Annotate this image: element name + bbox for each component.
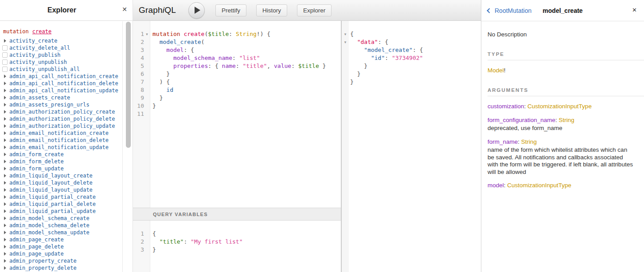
explorer-item[interactable]: activity_publish <box>3 51 122 59</box>
explorer-item[interactable]: admin_authorization_policy_delete <box>3 115 122 122</box>
code-line: "id": "3734902" <box>350 54 481 62</box>
explorer-item[interactable]: admin_assets_create <box>3 94 122 101</box>
explorer-item[interactable]: admin_property_delete <box>3 264 122 272</box>
explorer-item[interactable]: admin_model_schema_update <box>3 229 122 236</box>
item-expand-icon[interactable] <box>4 231 6 234</box>
query-editor-code[interactable]: mutation create($title: String!) { model… <box>150 21 341 208</box>
line-number: 9 <box>134 94 144 102</box>
argument-name: model <box>488 182 504 189</box>
item-expand-icon[interactable] <box>4 245 6 248</box>
item-checkbox[interactable] <box>2 45 8 51</box>
prettify-button[interactable]: Prettify <box>215 4 246 16</box>
type-link[interactable]: Model <box>488 67 504 74</box>
workspace: 1▾234567891011 mutation create($title: S… <box>133 21 481 272</box>
explorer-toggle-button[interactable]: Explorer <box>297 4 332 16</box>
item-expand-icon[interactable] <box>4 75 6 78</box>
item-expand-icon[interactable] <box>4 153 6 156</box>
explorer-item[interactable]: admin_property_create <box>3 257 122 264</box>
explorer-item[interactable]: admin_form_delete <box>3 158 122 165</box>
explorer-close-icon[interactable]: ✕ <box>122 6 127 12</box>
line-number: 1 <box>134 30 144 38</box>
code-line: id <box>152 86 341 94</box>
item-expand-icon[interactable] <box>4 195 6 199</box>
argument-type-link[interactable]: String <box>559 117 574 123</box>
explorer-item[interactable]: admin_liquid_layout_create <box>3 172 122 179</box>
operation-name[interactable]: create <box>32 28 51 35</box>
item-expand-icon[interactable] <box>4 202 6 206</box>
item-expand-icon[interactable] <box>4 124 6 128</box>
explorer-item[interactable]: admin_authorization_policy_update <box>3 122 122 130</box>
fold-arrow-icon[interactable]: ▾ <box>343 38 348 46</box>
explorer-item[interactable]: admin_liquid_partial_update <box>3 208 122 215</box>
item-checkbox[interactable] <box>2 67 8 72</box>
item-expand-icon[interactable] <box>4 174 6 177</box>
query-editor[interactable]: 1▾234567891011 mutation create($title: S… <box>133 21 341 208</box>
explorer-item[interactable]: admin_email_notification_update <box>3 144 122 151</box>
explorer-item[interactable]: admin_model_schema_delete <box>3 222 122 229</box>
explorer-item[interactable]: admin_liquid_partial_create <box>3 193 122 201</box>
explorer-item[interactable]: admin_liquid_layout_update <box>3 186 122 193</box>
item-expand-icon[interactable] <box>4 39 6 43</box>
variables-editor-code[interactable]: { "title": "My first list"} <box>150 221 341 272</box>
item-expand-icon[interactable] <box>4 138 6 142</box>
item-expand-icon[interactable] <box>4 146 6 149</box>
explorer-item[interactable]: admin_assets_presign_urls <box>3 101 122 108</box>
explorer-item[interactable]: admin_liquid_layout_delete <box>3 179 122 186</box>
explorer-item[interactable]: admin_page_update <box>3 250 122 257</box>
fold-arrow-icon[interactable]: ▾ <box>144 30 150 38</box>
explorer-item[interactable]: admin_api_call_notification_update <box>3 87 122 94</box>
item-expand-icon[interactable] <box>4 188 6 192</box>
item-expand-icon[interactable] <box>4 160 6 163</box>
explorer-item[interactable]: admin_api_call_notification_delete <box>3 80 122 87</box>
explorer-item[interactable]: admin_page_delete <box>3 243 122 250</box>
item-expand-icon[interactable] <box>4 82 6 85</box>
item-expand-icon[interactable] <box>4 209 6 213</box>
explorer-item[interactable]: admin_form_create <box>3 151 122 158</box>
variables-editor[interactable]: 123 { "title": "My first list"} <box>133 221 341 272</box>
explorer-item[interactable]: admin_page_create <box>3 236 122 243</box>
explorer-item[interactable]: admin_form_update <box>3 165 122 172</box>
item-checkbox[interactable] <box>2 52 8 58</box>
history-button[interactable]: History <box>256 4 287 16</box>
explorer-item-label: admin_form_update <box>9 165 64 172</box>
explorer-item[interactable]: admin_authorization_policy_create <box>3 108 122 115</box>
argument-type-link[interactable]: String <box>521 138 537 145</box>
graphiql-main: GraphiQL Prettify History Explorer 1▾234… <box>133 0 481 272</box>
explorer-item[interactable]: activity_create <box>3 37 122 44</box>
doc-back-link[interactable]: RootMutation <box>488 7 531 14</box>
item-checkbox[interactable] <box>2 59 8 65</box>
item-expand-icon[interactable] <box>4 117 6 121</box>
explorer-item[interactable]: admin_email_notification_create <box>3 130 122 137</box>
item-expand-icon[interactable] <box>4 266 6 270</box>
fold-arrow-icon[interactable]: ▾ <box>343 30 348 38</box>
item-expand-icon[interactable] <box>4 181 6 185</box>
explorer-item[interactable]: activity_delete_all <box>3 44 122 51</box>
item-expand-icon[interactable] <box>4 252 6 256</box>
query-variables-bar[interactable]: QUERY VARIABLES <box>133 208 341 221</box>
explorer-item[interactable]: admin_liquid_partial_delete <box>3 201 122 208</box>
explorer-item[interactable]: admin_email_notification_delete <box>3 137 122 144</box>
code-line: mutation create($title: String!) { <box>152 30 341 38</box>
execute-button[interactable] <box>188 2 205 19</box>
explorer-item[interactable]: admin_model_schema_create <box>3 215 122 222</box>
item-expand-icon[interactable] <box>4 96 6 99</box>
item-expand-icon[interactable] <box>4 103 6 106</box>
doc-args: customization: CustomizationInputTypefor… <box>488 103 634 189</box>
sidebar-scrollbar-thumb[interactable] <box>126 22 131 148</box>
item-expand-icon[interactable] <box>4 110 6 114</box>
explorer-item[interactable]: activity_unpublish_all <box>3 66 122 73</box>
argument-type-link[interactable]: CustomizationInputType <box>527 103 592 110</box>
item-expand-icon[interactable] <box>4 217 6 220</box>
argument-type-link[interactable]: CustomizationInputType <box>507 182 571 189</box>
item-expand-icon[interactable] <box>4 224 6 227</box>
item-expand-icon[interactable] <box>4 131 6 135</box>
graphiql-app: Explorer ✕ mutationcreate activity_creat… <box>0 0 644 272</box>
item-expand-icon[interactable] <box>4 259 6 263</box>
explorer-item-label: admin_assets_presign_urls <box>9 101 90 108</box>
item-expand-icon[interactable] <box>4 89 6 92</box>
item-expand-icon[interactable] <box>4 238 6 241</box>
explorer-item[interactable]: activity_unpublish <box>3 59 122 66</box>
item-expand-icon[interactable] <box>4 167 6 170</box>
doc-close-icon[interactable]: ✕ <box>632 7 637 13</box>
explorer-item[interactable]: admin_api_call_notification_create <box>3 73 122 80</box>
